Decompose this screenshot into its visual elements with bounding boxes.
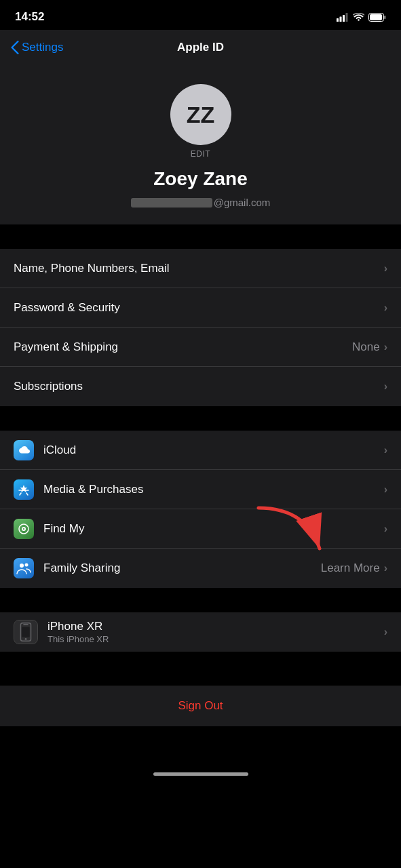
chevron-icon: › bbox=[384, 626, 387, 638]
status-time: 14:52 bbox=[15, 10, 44, 24]
label-name-phone-email: Name, Phone Numbers, Email bbox=[14, 262, 170, 275]
appstore-icon bbox=[14, 479, 34, 500]
family-icon bbox=[14, 558, 34, 578]
icloud-icon bbox=[14, 440, 34, 460]
home-indicator bbox=[0, 760, 401, 783]
edit-label[interactable]: EDIT bbox=[191, 149, 210, 159]
chevron-icon: › bbox=[384, 341, 387, 353]
label-subscriptions: Subscriptions bbox=[14, 380, 83, 393]
label-iphone-xr: iPhone XR bbox=[47, 620, 109, 633]
row-subscriptions[interactable]: Subscriptions › bbox=[0, 367, 401, 406]
svg-rect-2 bbox=[343, 15, 345, 22]
home-bar bbox=[153, 772, 248, 776]
svg-rect-16 bbox=[22, 627, 29, 637]
device-settings-group: iPhone XR This iPhone XR › bbox=[0, 612, 401, 652]
sign-out-section[interactable]: Sign Out bbox=[0, 686, 401, 726]
bottom-gap bbox=[0, 726, 401, 760]
svg-rect-3 bbox=[346, 13, 348, 22]
row-password-security[interactable]: Password & Security › bbox=[0, 288, 401, 328]
label-payment-shipping: Payment & Shipping bbox=[14, 340, 118, 354]
section-gap-3 bbox=[0, 588, 401, 612]
row-iphone-xr[interactable]: iPhone XR This iPhone XR › bbox=[0, 612, 401, 652]
svg-rect-1 bbox=[340, 16, 342, 22]
row-find-my[interactable]: Find My › bbox=[0, 509, 401, 549]
svg-point-11 bbox=[20, 564, 24, 568]
svg-point-9 bbox=[23, 528, 24, 530]
findmy-icon bbox=[14, 519, 34, 539]
svg-rect-15 bbox=[23, 624, 28, 625]
profile-section: ZZ EDIT Zoey Zane @gmail.com bbox=[0, 65, 401, 224]
back-button[interactable]: Settings bbox=[11, 41, 63, 54]
chevron-icon: › bbox=[384, 444, 387, 456]
services-settings-group: iCloud › Media & Purchases › bbox=[0, 431, 401, 588]
chevron-icon: › bbox=[384, 302, 387, 314]
wifi-icon bbox=[353, 13, 364, 22]
chevron-left-icon bbox=[11, 41, 19, 54]
chevron-icon: › bbox=[384, 484, 387, 496]
chevron-icon: › bbox=[384, 562, 387, 574]
row-name-phone-email[interactable]: Name, Phone Numbers, Email › bbox=[0, 249, 401, 288]
value-payment-shipping: None bbox=[352, 340, 380, 354]
value-family-sharing: Learn More bbox=[321, 561, 380, 575]
avatar[interactable]: ZZ bbox=[170, 84, 231, 145]
svg-rect-0 bbox=[337, 18, 339, 22]
iphone-icon bbox=[14, 620, 38, 644]
nav-bar: Settings Apple ID bbox=[0, 30, 401, 65]
battery-icon bbox=[368, 13, 386, 22]
profile-email: @gmail.com bbox=[131, 197, 271, 208]
profile-name: Zoey Zane bbox=[153, 168, 247, 190]
label-family-sharing: Family Sharing bbox=[43, 561, 120, 575]
email-suffix: @gmail.com bbox=[214, 197, 271, 208]
back-label: Settings bbox=[22, 41, 63, 54]
section-gap-1 bbox=[0, 224, 401, 249]
chevron-icon: › bbox=[384, 262, 387, 275]
svg-rect-5 bbox=[384, 16, 386, 19]
avatar-container[interactable]: ZZ EDIT bbox=[170, 84, 231, 159]
section-gap-2 bbox=[0, 406, 401, 431]
chevron-icon: › bbox=[384, 523, 387, 535]
chevron-icon: › bbox=[384, 380, 387, 393]
email-blur bbox=[131, 198, 212, 208]
row-payment-shipping[interactable]: Payment & Shipping None › bbox=[0, 328, 401, 367]
status-icons bbox=[337, 13, 386, 22]
label-password-security: Password & Security bbox=[14, 301, 120, 315]
row-family-sharing[interactable]: Family Sharing Learn More › bbox=[0, 549, 401, 588]
svg-point-17 bbox=[25, 638, 27, 640]
subtitle-iphone-xr: This iPhone XR bbox=[47, 634, 109, 644]
sign-out-label[interactable]: Sign Out bbox=[178, 699, 223, 713]
status-bar: 14:52 bbox=[0, 0, 401, 30]
svg-point-12 bbox=[25, 564, 28, 567]
row-media-purchases[interactable]: Media & Purchases › bbox=[0, 470, 401, 509]
account-settings-group: Name, Phone Numbers, Email › Password & … bbox=[0, 249, 401, 406]
section-gap-4 bbox=[0, 652, 401, 686]
page-title: Apple ID bbox=[177, 41, 224, 54]
label-find-my: Find My bbox=[43, 522, 84, 536]
label-media-purchases: Media & Purchases bbox=[43, 483, 143, 496]
label-icloud: iCloud bbox=[43, 443, 76, 457]
row-icloud[interactable]: iCloud › bbox=[0, 431, 401, 470]
svg-rect-6 bbox=[370, 14, 382, 20]
signal-icon bbox=[337, 13, 349, 22]
